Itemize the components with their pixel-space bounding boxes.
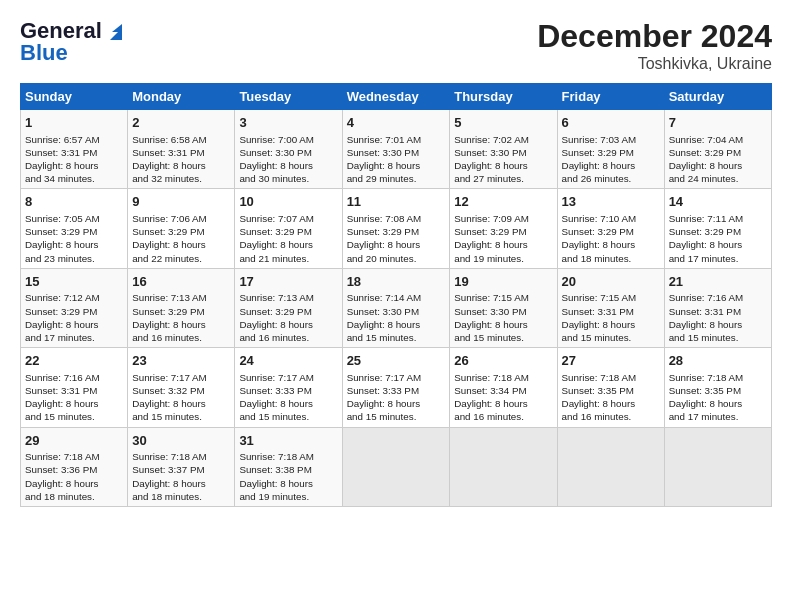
calendar-cell: 12Sunrise: 7:09 AM Sunset: 3:29 PM Dayli… xyxy=(450,189,557,268)
day-info: Sunrise: 7:13 AM Sunset: 3:29 PM Dayligh… xyxy=(132,291,230,344)
day-info: Sunrise: 7:03 AM Sunset: 3:29 PM Dayligh… xyxy=(562,133,660,186)
calendar-table: SundayMondayTuesdayWednesdayThursdayFrid… xyxy=(20,83,772,507)
day-number: 7 xyxy=(669,114,767,132)
calendar-cell: 18Sunrise: 7:14 AM Sunset: 3:30 PM Dayli… xyxy=(342,268,450,347)
day-info: Sunrise: 7:12 AM Sunset: 3:29 PM Dayligh… xyxy=(25,291,123,344)
calendar-cell: 13Sunrise: 7:10 AM Sunset: 3:29 PM Dayli… xyxy=(557,189,664,268)
day-info: Sunrise: 7:14 AM Sunset: 3:30 PM Dayligh… xyxy=(347,291,446,344)
calendar-cell: 9Sunrise: 7:06 AM Sunset: 3:29 PM Daylig… xyxy=(128,189,235,268)
day-number: 1 xyxy=(25,114,123,132)
day-number: 25 xyxy=(347,352,446,370)
calendar-cell: 30Sunrise: 7:18 AM Sunset: 3:37 PM Dayli… xyxy=(128,427,235,506)
day-number: 12 xyxy=(454,193,552,211)
day-number: 14 xyxy=(669,193,767,211)
calendar-cell: 8Sunrise: 7:05 AM Sunset: 3:29 PM Daylig… xyxy=(21,189,128,268)
day-info: Sunrise: 7:18 AM Sunset: 3:37 PM Dayligh… xyxy=(132,450,230,503)
month-title: December 2024 Toshkivka, Ukraine xyxy=(537,18,772,73)
day-number: 24 xyxy=(239,352,337,370)
day-number: 13 xyxy=(562,193,660,211)
calendar-body: 1Sunrise: 6:57 AM Sunset: 3:31 PM Daylig… xyxy=(21,110,772,507)
day-number: 16 xyxy=(132,273,230,291)
day-info: Sunrise: 7:09 AM Sunset: 3:29 PM Dayligh… xyxy=(454,212,552,265)
day-info: Sunrise: 7:17 AM Sunset: 3:32 PM Dayligh… xyxy=(132,371,230,424)
header-cell-thursday: Thursday xyxy=(450,84,557,110)
day-info: Sunrise: 7:15 AM Sunset: 3:30 PM Dayligh… xyxy=(454,291,552,344)
calendar-cell: 21Sunrise: 7:16 AM Sunset: 3:31 PM Dayli… xyxy=(664,268,771,347)
logo-bird-icon xyxy=(104,22,122,40)
calendar-cell: 17Sunrise: 7:13 AM Sunset: 3:29 PM Dayli… xyxy=(235,268,342,347)
calendar-week-4: 29Sunrise: 7:18 AM Sunset: 3:36 PM Dayli… xyxy=(21,427,772,506)
day-number: 4 xyxy=(347,114,446,132)
day-info: Sunrise: 7:18 AM Sunset: 3:34 PM Dayligh… xyxy=(454,371,552,424)
day-info: Sunrise: 7:18 AM Sunset: 3:36 PM Dayligh… xyxy=(25,450,123,503)
day-info: Sunrise: 7:08 AM Sunset: 3:29 PM Dayligh… xyxy=(347,212,446,265)
day-info: Sunrise: 7:10 AM Sunset: 3:29 PM Dayligh… xyxy=(562,212,660,265)
calendar-cell: 14Sunrise: 7:11 AM Sunset: 3:29 PM Dayli… xyxy=(664,189,771,268)
calendar-week-2: 15Sunrise: 7:12 AM Sunset: 3:29 PM Dayli… xyxy=(21,268,772,347)
header: General Blue December 2024 Toshkivka, Uk… xyxy=(20,18,772,73)
day-info: Sunrise: 7:04 AM Sunset: 3:29 PM Dayligh… xyxy=(669,133,767,186)
calendar-week-1: 8Sunrise: 7:05 AM Sunset: 3:29 PM Daylig… xyxy=(21,189,772,268)
page: General Blue December 2024 Toshkivka, Uk… xyxy=(0,0,792,517)
day-info: Sunrise: 7:02 AM Sunset: 3:30 PM Dayligh… xyxy=(454,133,552,186)
location: Toshkivka, Ukraine xyxy=(537,55,772,73)
day-number: 15 xyxy=(25,273,123,291)
calendar-cell xyxy=(557,427,664,506)
day-number: 3 xyxy=(239,114,337,132)
calendar-cell: 16Sunrise: 7:13 AM Sunset: 3:29 PM Dayli… xyxy=(128,268,235,347)
day-info: Sunrise: 7:18 AM Sunset: 3:38 PM Dayligh… xyxy=(239,450,337,503)
logo-blue: Blue xyxy=(20,40,68,66)
header-cell-sunday: Sunday xyxy=(21,84,128,110)
calendar-cell: 5Sunrise: 7:02 AM Sunset: 3:30 PM Daylig… xyxy=(450,110,557,189)
day-number: 28 xyxy=(669,352,767,370)
calendar-cell: 15Sunrise: 7:12 AM Sunset: 3:29 PM Dayli… xyxy=(21,268,128,347)
day-info: Sunrise: 7:18 AM Sunset: 3:35 PM Dayligh… xyxy=(669,371,767,424)
logo: General Blue xyxy=(20,18,122,66)
calendar-cell: 23Sunrise: 7:17 AM Sunset: 3:32 PM Dayli… xyxy=(128,348,235,427)
calendar-cell: 4Sunrise: 7:01 AM Sunset: 3:30 PM Daylig… xyxy=(342,110,450,189)
header-row: SundayMondayTuesdayWednesdayThursdayFrid… xyxy=(21,84,772,110)
day-info: Sunrise: 7:16 AM Sunset: 3:31 PM Dayligh… xyxy=(669,291,767,344)
calendar-header: SundayMondayTuesdayWednesdayThursdayFrid… xyxy=(21,84,772,110)
day-number: 6 xyxy=(562,114,660,132)
calendar-cell: 19Sunrise: 7:15 AM Sunset: 3:30 PM Dayli… xyxy=(450,268,557,347)
day-info: Sunrise: 7:00 AM Sunset: 3:30 PM Dayligh… xyxy=(239,133,337,186)
day-info: Sunrise: 7:18 AM Sunset: 3:35 PM Dayligh… xyxy=(562,371,660,424)
day-number: 11 xyxy=(347,193,446,211)
calendar-cell xyxy=(342,427,450,506)
day-number: 29 xyxy=(25,432,123,450)
day-number: 18 xyxy=(347,273,446,291)
calendar-week-3: 22Sunrise: 7:16 AM Sunset: 3:31 PM Dayli… xyxy=(21,348,772,427)
day-number: 17 xyxy=(239,273,337,291)
calendar-cell: 10Sunrise: 7:07 AM Sunset: 3:29 PM Dayli… xyxy=(235,189,342,268)
day-number: 22 xyxy=(25,352,123,370)
day-info: Sunrise: 6:58 AM Sunset: 3:31 PM Dayligh… xyxy=(132,133,230,186)
day-number: 21 xyxy=(669,273,767,291)
day-info: Sunrise: 6:57 AM Sunset: 3:31 PM Dayligh… xyxy=(25,133,123,186)
header-cell-wednesday: Wednesday xyxy=(342,84,450,110)
day-number: 27 xyxy=(562,352,660,370)
calendar-cell: 1Sunrise: 6:57 AM Sunset: 3:31 PM Daylig… xyxy=(21,110,128,189)
day-info: Sunrise: 7:05 AM Sunset: 3:29 PM Dayligh… xyxy=(25,212,123,265)
day-number: 26 xyxy=(454,352,552,370)
day-number: 2 xyxy=(132,114,230,132)
calendar-cell: 20Sunrise: 7:15 AM Sunset: 3:31 PM Dayli… xyxy=(557,268,664,347)
month-year: December 2024 xyxy=(537,18,772,55)
day-number: 20 xyxy=(562,273,660,291)
calendar-cell: 2Sunrise: 6:58 AM Sunset: 3:31 PM Daylig… xyxy=(128,110,235,189)
header-cell-friday: Friday xyxy=(557,84,664,110)
day-number: 8 xyxy=(25,193,123,211)
calendar-cell: 3Sunrise: 7:00 AM Sunset: 3:30 PM Daylig… xyxy=(235,110,342,189)
calendar-cell: 28Sunrise: 7:18 AM Sunset: 3:35 PM Dayli… xyxy=(664,348,771,427)
day-number: 5 xyxy=(454,114,552,132)
header-cell-monday: Monday xyxy=(128,84,235,110)
calendar-cell: 26Sunrise: 7:18 AM Sunset: 3:34 PM Dayli… xyxy=(450,348,557,427)
calendar-cell: 24Sunrise: 7:17 AM Sunset: 3:33 PM Dayli… xyxy=(235,348,342,427)
calendar-cell: 29Sunrise: 7:18 AM Sunset: 3:36 PM Dayli… xyxy=(21,427,128,506)
day-info: Sunrise: 7:11 AM Sunset: 3:29 PM Dayligh… xyxy=(669,212,767,265)
day-number: 10 xyxy=(239,193,337,211)
calendar-cell xyxy=(450,427,557,506)
day-number: 23 xyxy=(132,352,230,370)
calendar-cell: 31Sunrise: 7:18 AM Sunset: 3:38 PM Dayli… xyxy=(235,427,342,506)
day-number: 19 xyxy=(454,273,552,291)
